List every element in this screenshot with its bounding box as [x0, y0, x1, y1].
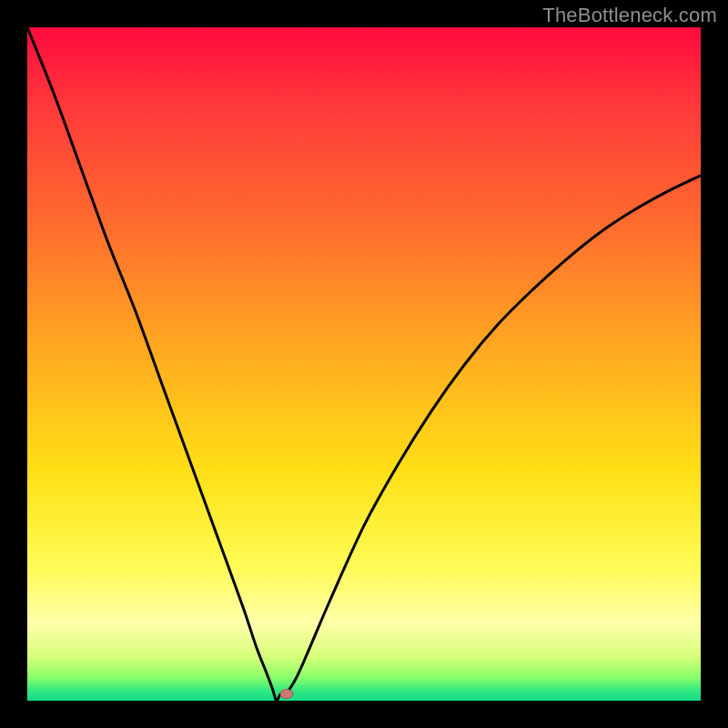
plot-area	[27, 27, 701, 701]
bottleneck-chart	[27, 27, 701, 701]
attribution-label: TheBottleneck.com	[542, 4, 717, 27]
optimal-point-marker	[280, 690, 293, 699]
gradient-background	[27, 27, 701, 701]
chart-frame: TheBottleneck.com	[0, 0, 728, 728]
